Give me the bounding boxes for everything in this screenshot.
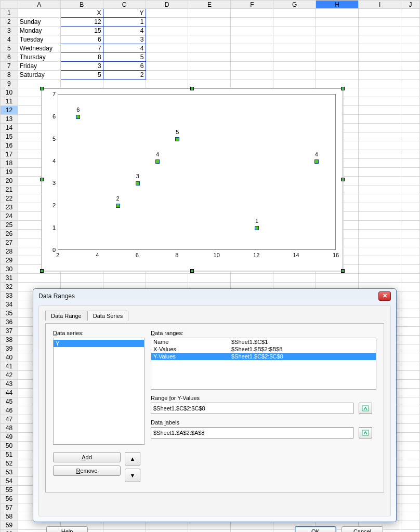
cell[interactable]	[273, 44, 316, 53]
cell[interactable]	[359, 150, 401, 159]
cell[interactable]	[316, 62, 359, 71]
cell[interactable]: 4	[103, 44, 146, 53]
col-header-D[interactable]: D	[146, 1, 188, 9]
cell[interactable]	[401, 530, 420, 533]
cell[interactable]	[401, 44, 420, 53]
cell[interactable]: 5	[60, 71, 103, 79]
row-header[interactable]: 39	[1, 344, 18, 353]
cell[interactable]	[273, 71, 316, 79]
cell[interactable]: 6	[103, 62, 146, 71]
row-header[interactable]: 10	[1, 88, 18, 97]
cell[interactable]	[401, 380, 420, 389]
cell[interactable]	[401, 115, 420, 124]
cell[interactable]	[401, 256, 420, 265]
cell[interactable]	[359, 177, 401, 185]
cell[interactable]	[359, 238, 401, 247]
cell[interactable]	[359, 62, 401, 71]
cell[interactable]	[401, 124, 420, 132]
cell[interactable]	[146, 44, 188, 53]
range-picker-icon[interactable]	[359, 403, 372, 414]
cell[interactable]	[273, 26, 316, 35]
cell[interactable]	[316, 44, 359, 53]
data-labels-input[interactable]	[151, 427, 353, 438]
row-header[interactable]: 37	[1, 327, 18, 336]
row-header[interactable]: 58	[1, 512, 18, 521]
row-header[interactable]: 52	[1, 459, 18, 468]
cell[interactable]	[316, 18, 359, 26]
range-row[interactable]: X-Values$Sheet1.$B$2:$B$8	[151, 345, 376, 353]
add-button[interactable]: Add	[53, 452, 121, 462]
cell[interactable]	[401, 459, 420, 468]
cell[interactable]	[401, 177, 420, 185]
cell[interactable]	[188, 44, 231, 53]
cell[interactable]	[401, 362, 420, 371]
cell[interactable]	[401, 521, 420, 530]
row-header[interactable]: 60	[1, 530, 18, 533]
cell[interactable]	[359, 97, 401, 106]
cell[interactable]	[401, 159, 420, 168]
cell[interactable]: 3	[103, 35, 146, 44]
row-header[interactable]: 25	[1, 221, 18, 230]
row-header[interactable]: 35	[1, 309, 18, 318]
row-header[interactable]: 4	[1, 35, 18, 44]
row-header[interactable]: 49	[1, 433, 18, 442]
row-header[interactable]: 45	[1, 397, 18, 406]
cell[interactable]	[359, 9, 401, 18]
cell[interactable]	[401, 9, 420, 18]
row-header[interactable]: 44	[1, 389, 18, 397]
cell[interactable]	[231, 18, 273, 26]
cell[interactable]	[359, 106, 401, 115]
cell[interactable]	[401, 26, 420, 35]
cell[interactable]	[401, 35, 420, 44]
data-ranges-grid[interactable]: Name$Sheet1.$C$1X-Values$Sheet1.$B$2:$B$…	[151, 338, 376, 390]
cell[interactable]: Y	[103, 9, 146, 18]
cell[interactable]	[359, 274, 401, 283]
cell[interactable]	[231, 44, 273, 53]
cell[interactable]	[316, 35, 359, 44]
cell[interactable]	[359, 44, 401, 53]
cell[interactable]	[401, 283, 420, 291]
move-up-button[interactable]: ▲	[125, 452, 140, 466]
row-header[interactable]: 22	[1, 194, 18, 203]
row-header[interactable]: 2	[1, 18, 18, 26]
row-header[interactable]: 5	[1, 44, 18, 53]
cell[interactable]	[18, 274, 60, 283]
cell[interactable]	[401, 274, 420, 283]
cell[interactable]	[316, 53, 359, 62]
cell[interactable]	[188, 26, 231, 35]
cell[interactable]	[359, 79, 401, 88]
row-header[interactable]: 48	[1, 424, 18, 433]
cell[interactable]	[359, 247, 401, 256]
cell[interactable]	[401, 79, 420, 88]
cell[interactable]	[60, 274, 103, 283]
cell[interactable]	[188, 274, 231, 283]
cell[interactable]	[231, 26, 273, 35]
row-header[interactable]: 24	[1, 212, 18, 221]
row-header[interactable]: 7	[1, 62, 18, 71]
cell[interactable]	[103, 79, 146, 88]
cell[interactable]	[401, 18, 420, 26]
row-header[interactable]: 23	[1, 203, 18, 212]
cell[interactable]	[401, 397, 420, 406]
row-header[interactable]: 17	[1, 150, 18, 159]
remove-button[interactable]: Remove	[53, 466, 121, 476]
cell[interactable]	[401, 371, 420, 380]
ok-button[interactable]: OK	[295, 526, 336, 532]
row-header[interactable]: 31	[1, 274, 18, 283]
cell[interactable]	[401, 71, 420, 79]
cell[interactable]	[401, 185, 420, 194]
row-header[interactable]: 3	[1, 26, 18, 35]
cell[interactable]	[359, 132, 401, 141]
list-item[interactable]: Y	[54, 340, 144, 347]
row-header[interactable]: 56	[1, 495, 18, 503]
cell[interactable]	[401, 486, 420, 495]
cell[interactable]	[401, 132, 420, 141]
cell[interactable]: Saturday	[18, 71, 60, 79]
cell[interactable]	[401, 477, 420, 486]
cell[interactable]	[401, 265, 420, 274]
cell[interactable]	[401, 406, 420, 415]
row-header[interactable]: 15	[1, 132, 18, 141]
row-header[interactable]: 47	[1, 415, 18, 424]
cell[interactable]	[60, 79, 103, 88]
cell[interactable]	[146, 9, 188, 18]
